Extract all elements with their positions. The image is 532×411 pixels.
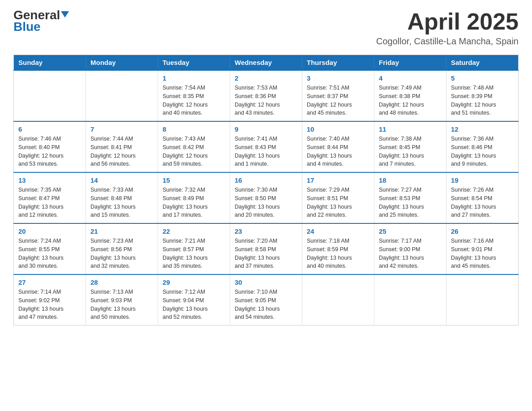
weekday-header-wednesday: Wednesday [230, 55, 302, 71]
calendar-cell: 27Sunrise: 7:14 AM Sunset: 9:02 PM Dayli… [14, 274, 86, 325]
logo-blue: Blue [13, 21, 41, 33]
calendar-header-row: SundayMondayTuesdayWednesdayThursdayFrid… [14, 55, 519, 71]
day-number: 7 [90, 125, 153, 133]
day-number: 30 [235, 278, 297, 286]
day-number: 13 [18, 176, 81, 184]
calendar-cell [446, 274, 519, 325]
calendar-cell [302, 274, 374, 325]
day-number: 19 [451, 176, 514, 184]
day-number: 8 [163, 125, 225, 133]
calendar-cell: 19Sunrise: 7:26 AM Sunset: 8:54 PM Dayli… [446, 172, 519, 223]
title-block: April 2025 Cogollor, Castille-La Mancha,… [376, 9, 519, 47]
calendar-cell: 25Sunrise: 7:17 AM Sunset: 9:00 PM Dayli… [374, 223, 446, 274]
day-info: Sunrise: 7:30 AM Sunset: 8:50 PM Dayligh… [235, 186, 297, 219]
calendar-table: SundayMondayTuesdayWednesdayThursdayFrid… [13, 55, 519, 325]
day-number: 24 [307, 227, 369, 235]
calendar-cell: 13Sunrise: 7:35 AM Sunset: 8:47 PM Dayli… [14, 172, 86, 223]
day-info: Sunrise: 7:53 AM Sunset: 8:36 PM Dayligh… [235, 84, 297, 117]
calendar-week-row: 27Sunrise: 7:14 AM Sunset: 9:02 PM Dayli… [14, 274, 519, 325]
day-number: 3 [307, 74, 369, 82]
day-number: 2 [235, 74, 297, 82]
weekday-header-sunday: Sunday [14, 55, 86, 71]
day-info: Sunrise: 7:49 AM Sunset: 8:38 PM Dayligh… [379, 84, 442, 117]
weekday-header-saturday: Saturday [446, 55, 519, 71]
calendar-cell: 18Sunrise: 7:27 AM Sunset: 8:53 PM Dayli… [374, 172, 446, 223]
calendar-cell: 1Sunrise: 7:54 AM Sunset: 8:35 PM Daylig… [158, 70, 230, 121]
day-info: Sunrise: 7:51 AM Sunset: 8:37 PM Dayligh… [307, 84, 369, 117]
day-number: 16 [235, 176, 297, 184]
calendar-week-row: 20Sunrise: 7:24 AM Sunset: 8:55 PM Dayli… [14, 223, 519, 274]
day-number: 22 [163, 227, 225, 235]
day-info: Sunrise: 7:44 AM Sunset: 8:41 PM Dayligh… [90, 135, 153, 168]
day-info: Sunrise: 7:36 AM Sunset: 8:46 PM Dayligh… [451, 135, 514, 168]
month-title: April 2025 [376, 9, 519, 34]
day-number: 12 [451, 125, 514, 133]
day-info: Sunrise: 7:14 AM Sunset: 9:02 PM Dayligh… [18, 288, 81, 321]
day-number: 29 [163, 278, 225, 286]
calendar-cell: 9Sunrise: 7:41 AM Sunset: 8:43 PM Daylig… [230, 121, 302, 172]
day-info: Sunrise: 7:13 AM Sunset: 9:03 PM Dayligh… [90, 288, 153, 321]
day-number: 6 [18, 125, 81, 133]
day-info: Sunrise: 7:40 AM Sunset: 8:44 PM Dayligh… [307, 135, 369, 168]
calendar-cell: 26Sunrise: 7:16 AM Sunset: 9:01 PM Dayli… [446, 223, 519, 274]
calendar-cell: 28Sunrise: 7:13 AM Sunset: 9:03 PM Dayli… [86, 274, 158, 325]
day-info: Sunrise: 7:20 AM Sunset: 8:58 PM Dayligh… [235, 237, 297, 270]
calendar-cell: 21Sunrise: 7:23 AM Sunset: 8:56 PM Dayli… [86, 223, 158, 274]
day-info: Sunrise: 7:23 AM Sunset: 8:56 PM Dayligh… [90, 237, 153, 270]
calendar-cell: 20Sunrise: 7:24 AM Sunset: 8:55 PM Dayli… [14, 223, 86, 274]
day-info: Sunrise: 7:54 AM Sunset: 8:35 PM Dayligh… [163, 84, 225, 117]
day-number: 28 [90, 278, 153, 286]
calendar-week-row: 1Sunrise: 7:54 AM Sunset: 8:35 PM Daylig… [14, 70, 519, 121]
calendar-cell: 3Sunrise: 7:51 AM Sunset: 8:37 PM Daylig… [302, 70, 374, 121]
day-number: 5 [451, 74, 514, 82]
calendar-cell [86, 70, 158, 121]
day-info: Sunrise: 7:16 AM Sunset: 9:01 PM Dayligh… [451, 237, 514, 270]
day-info: Sunrise: 7:29 AM Sunset: 8:51 PM Dayligh… [307, 186, 369, 219]
day-number: 11 [379, 125, 442, 133]
calendar-cell [374, 274, 446, 325]
logo-triangle-icon [61, 11, 69, 17]
day-info: Sunrise: 7:46 AM Sunset: 8:40 PM Dayligh… [18, 135, 81, 168]
logo: General Blue [13, 9, 69, 33]
calendar-cell: 14Sunrise: 7:33 AM Sunset: 8:48 PM Dayli… [86, 172, 158, 223]
day-number: 4 [379, 74, 442, 82]
calendar-cell: 23Sunrise: 7:20 AM Sunset: 8:58 PM Dayli… [230, 223, 302, 274]
calendar-cell: 4Sunrise: 7:49 AM Sunset: 8:38 PM Daylig… [374, 70, 446, 121]
day-info: Sunrise: 7:48 AM Sunset: 8:39 PM Dayligh… [451, 84, 514, 117]
day-info: Sunrise: 7:10 AM Sunset: 9:05 PM Dayligh… [235, 288, 297, 321]
calendar-cell: 10Sunrise: 7:40 AM Sunset: 8:44 PM Dayli… [302, 121, 374, 172]
day-info: Sunrise: 7:38 AM Sunset: 8:45 PM Dayligh… [379, 135, 442, 168]
day-number: 23 [235, 227, 297, 235]
day-number: 10 [307, 125, 369, 133]
day-info: Sunrise: 7:32 AM Sunset: 8:49 PM Dayligh… [163, 186, 225, 219]
day-number: 14 [90, 176, 153, 184]
weekday-header-friday: Friday [374, 55, 446, 71]
calendar-cell: 6Sunrise: 7:46 AM Sunset: 8:40 PM Daylig… [14, 121, 86, 172]
calendar-cell: 22Sunrise: 7:21 AM Sunset: 8:57 PM Dayli… [158, 223, 230, 274]
day-info: Sunrise: 7:26 AM Sunset: 8:54 PM Dayligh… [451, 186, 514, 219]
day-info: Sunrise: 7:12 AM Sunset: 9:04 PM Dayligh… [163, 288, 225, 321]
day-number: 20 [18, 227, 81, 235]
calendar-cell: 17Sunrise: 7:29 AM Sunset: 8:51 PM Dayli… [302, 172, 374, 223]
day-number: 27 [18, 278, 81, 286]
calendar-cell: 7Sunrise: 7:44 AM Sunset: 8:41 PM Daylig… [86, 121, 158, 172]
day-number: 9 [235, 125, 297, 133]
day-number: 15 [163, 176, 225, 184]
day-info: Sunrise: 7:18 AM Sunset: 8:59 PM Dayligh… [307, 237, 369, 270]
calendar-cell: 30Sunrise: 7:10 AM Sunset: 9:05 PM Dayli… [230, 274, 302, 325]
day-number: 18 [379, 176, 442, 184]
day-number: 17 [307, 176, 369, 184]
day-info: Sunrise: 7:43 AM Sunset: 8:42 PM Dayligh… [163, 135, 225, 168]
weekday-header-monday: Monday [86, 55, 158, 71]
day-info: Sunrise: 7:21 AM Sunset: 8:57 PM Dayligh… [163, 237, 225, 270]
calendar-cell: 5Sunrise: 7:48 AM Sunset: 8:39 PM Daylig… [446, 70, 519, 121]
calendar-cell: 15Sunrise: 7:32 AM Sunset: 8:49 PM Dayli… [158, 172, 230, 223]
calendar-cell: 8Sunrise: 7:43 AM Sunset: 8:42 PM Daylig… [158, 121, 230, 172]
page-header: General Blue April 2025 Cogollor, Castil… [13, 9, 519, 47]
day-number: 1 [163, 74, 225, 82]
day-info: Sunrise: 7:33 AM Sunset: 8:48 PM Dayligh… [90, 186, 153, 219]
calendar-cell: 2Sunrise: 7:53 AM Sunset: 8:36 PM Daylig… [230, 70, 302, 121]
calendar-week-row: 6Sunrise: 7:46 AM Sunset: 8:40 PM Daylig… [14, 121, 519, 172]
calendar-week-row: 13Sunrise: 7:35 AM Sunset: 8:47 PM Dayli… [14, 172, 519, 223]
calendar-cell [14, 70, 86, 121]
